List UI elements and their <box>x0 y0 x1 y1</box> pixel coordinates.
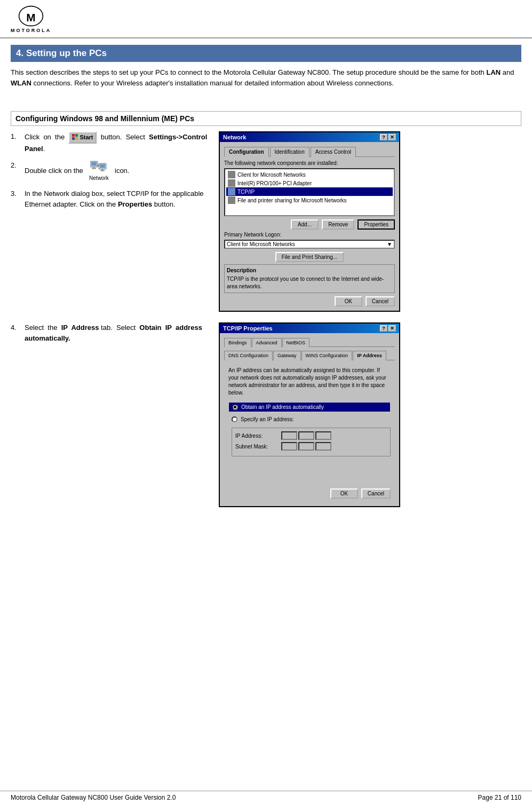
ip-fields-box: IP Address: Subnet Mask: <box>232 428 391 456</box>
list-item-adapter: Intel(R) PRO/100+ PCI Adapter <box>226 179 393 187</box>
tcpip-dialog-body: Bindings Advanced NetBIOS DNS Configurat… <box>220 333 399 506</box>
file-print-sharing-button[interactable]: File and Print Sharing... <box>275 252 344 262</box>
adapter-icon <box>228 179 235 187</box>
network-icon-wrap: Network <box>89 160 109 182</box>
svg-rect-11 <box>100 164 105 168</box>
tcpip-body-content: An IP address can be automatically assig… <box>224 364 395 502</box>
client-icon <box>228 171 235 178</box>
step-4: 4. Select the IP Address tab. Select Obt… <box>11 322 208 343</box>
specify-ip-option[interactable]: Specify an IP address: <box>228 415 391 423</box>
help-button[interactable]: ? <box>380 134 387 140</box>
step-1-num: 1. <box>11 131 21 142</box>
ip-input-1[interactable] <box>281 431 297 440</box>
svg-rect-3 <box>75 134 78 137</box>
tab-wins-configuration[interactable]: WINS Configuration <box>301 351 353 360</box>
subnet-input-2[interactable] <box>298 442 314 451</box>
steps-section: 1. Click on the Start button. Select Set… <box>11 131 521 312</box>
remove-button[interactable]: Remove <box>322 219 354 230</box>
description-box: Description TCP/IP is the protocol you u… <box>224 264 395 293</box>
step-2-num: 2. <box>11 160 21 171</box>
network-dialog-body: Configuration Identification Access Cont… <box>220 142 399 311</box>
network-tabs: Configuration Identification Access Cont… <box>224 146 395 157</box>
subnet-mask-label: Subnet Mask: <box>235 444 278 450</box>
primary-logon-select[interactable]: Client for Microsoft Networks ▼ <box>224 240 395 249</box>
motorola-m-icon: M <box>18 5 44 27</box>
close-button[interactable]: ✕ <box>388 134 396 140</box>
tab-gateway[interactable]: Gateway <box>273 351 301 360</box>
step-1: 1. Click on the Start button. Select Set… <box>11 131 208 154</box>
network-dialog-title: Network <box>223 134 246 140</box>
step-3-content: In the Network dialog box, select TCP/IP… <box>25 188 208 209</box>
sub-section-title: Configuring Windows 98 and Millennium (M… <box>11 111 521 126</box>
specify-ip-radio[interactable] <box>232 416 237 422</box>
description-title: Description <box>227 267 392 274</box>
motorola-logo: M MOTOROLA <box>11 5 51 33</box>
tab-advanced[interactable]: Advanced <box>252 338 282 347</box>
tcpip-titlebar-buttons: ? ✕ <box>380 325 396 332</box>
tab-configuration[interactable]: Configuration <box>224 147 269 157</box>
tcpip-dialog-screenshot: TCP/IP Properties ? ✕ Bindings Advanced … <box>219 322 521 507</box>
subnet-mask-field-row: Subnet Mask: <box>235 442 387 451</box>
svg-rect-8 <box>93 167 95 168</box>
tcpip-icon <box>228 188 235 195</box>
step-4-container: 4. Select the IP Address tab. Select Obt… <box>11 322 208 507</box>
network-listbox[interactable]: Client for Microsoft Networks Intel(R) P… <box>224 168 395 216</box>
subnet-input-1[interactable] <box>281 442 297 451</box>
section-title: 4. Setting up the PCs <box>11 45 521 62</box>
tcpip-cancel-button[interactable]: Cancel <box>361 488 391 499</box>
tcpip-dialog: TCP/IP Properties ? ✕ Bindings Advanced … <box>219 322 400 507</box>
svg-rect-4 <box>72 137 75 140</box>
svg-rect-13 <box>100 170 105 171</box>
filesharing-icon <box>228 196 235 204</box>
tcpip-close-button[interactable]: ✕ <box>388 325 396 332</box>
list-item-client: Client for Microsoft Networks <box>226 170 393 179</box>
titlebar-buttons: ? ✕ <box>380 134 396 140</box>
step-1-content: Click on the Start button. Select Settin… <box>25 131 208 154</box>
footer-left: Motorola Cellular Gateway NC800 User Gui… <box>11 794 176 801</box>
ip-input-3[interactable] <box>315 431 331 440</box>
subnet-input-3[interactable] <box>315 442 331 451</box>
tab-bindings[interactable]: Bindings <box>224 338 251 347</box>
step-3-num: 3. <box>11 188 21 199</box>
tcpip-help-button[interactable]: ? <box>380 325 387 332</box>
obtain-ip-radio[interactable] <box>232 404 238 410</box>
tab-netbios[interactable]: NetBIOS <box>282 338 310 347</box>
ok-button[interactable]: OK <box>335 296 362 306</box>
tcpip-tabs-row2: DNS Configuration Gateway WINS Configura… <box>224 350 395 360</box>
ip-address-field-row: IP Address: <box>235 431 387 440</box>
ip-address-label: IP Address: <box>235 433 278 439</box>
primary-logon-label: Primary Network Logon: <box>224 232 281 238</box>
windows-flag-icon <box>72 134 78 140</box>
ip-input-2[interactable] <box>298 431 314 440</box>
step-2-content: Double click on the Network <box>25 160 208 182</box>
primary-logon-select-row: Client for Microsoft Networks ▼ <box>224 240 395 249</box>
primary-logon-row: Primary Network Logon: <box>224 232 395 238</box>
network-btn-row: Add... Remove Properties <box>224 219 395 230</box>
add-button[interactable]: Add... <box>291 219 319 230</box>
start-button-img: Start <box>68 131 97 144</box>
ip-address-inputs <box>281 431 331 440</box>
tab-ip-address[interactable]: IP Address <box>353 351 386 360</box>
intro-text: This section describes the steps to set … <box>11 67 521 88</box>
page-header: M MOTOROLA <box>0 0 532 38</box>
svg-rect-9 <box>92 168 96 169</box>
obtain-ip-option[interactable]: Obtain an IP address automatically <box>228 402 391 412</box>
cancel-button[interactable]: Cancel <box>366 296 395 306</box>
properties-button[interactable]: Properties <box>358 219 395 230</box>
steps-list: 1. Click on the Start button. Select Set… <box>11 131 208 312</box>
tcpip-tabs-row1: Bindings Advanced NetBIOS <box>224 337 395 347</box>
step-4-content: Select the IP Address tab. Select Obtain… <box>25 322 208 343</box>
obtain-ip-label: Obtain an IP address automatically <box>241 404 324 410</box>
tab-access-control[interactable]: Access Control <box>311 147 356 157</box>
tcpip-info-text: An IP address can be automatically assig… <box>228 367 391 397</box>
tab-dns-configuration[interactable]: DNS Configuration <box>224 351 273 360</box>
svg-rect-5 <box>75 137 78 140</box>
network-components-label: The following network components are ins… <box>224 160 395 166</box>
file-print-row: File and Print Sharing... <box>224 252 395 262</box>
ok-cancel-row: OK Cancel <box>224 296 395 306</box>
tab-identification[interactable]: Identification <box>270 147 309 157</box>
network-icon <box>90 160 107 174</box>
tcpip-ok-button[interactable]: OK <box>330 488 358 499</box>
network-dialog-titlebar: Network ? ✕ <box>220 132 399 142</box>
motorola-wordmark: MOTOROLA <box>11 28 51 33</box>
